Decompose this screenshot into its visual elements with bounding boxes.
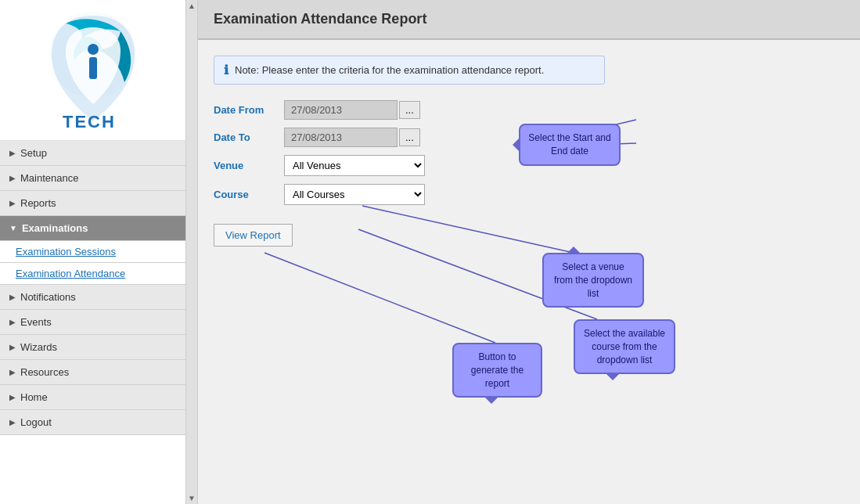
- page-body: ℹ Note: Please enter the criteria for th…: [198, 40, 860, 262]
- view-report-button[interactable]: View Report: [214, 224, 293, 247]
- sidebar-item-home[interactable]: ▶ Home: [0, 385, 185, 410]
- scroll-down-icon[interactable]: ▼: [188, 494, 196, 502]
- sidebar-item-maintenance[interactable]: ▶ Maintenance: [0, 166, 185, 191]
- callout-venue: Select a venue from the dropdown list: [542, 253, 644, 308]
- callout-course: Select the available course from the dro…: [574, 319, 675, 374]
- left-scrollbar[interactable]: ▲ ▼: [186, 0, 198, 504]
- sidebar-sub-label: Examination Attendance: [16, 268, 125, 279]
- svg-rect-2: [89, 57, 97, 79]
- sidebar: TECH ▶ Setup ▶ Maintenance ▶ Reports ▼ E…: [0, 0, 186, 504]
- venue-select[interactable]: All Venues: [284, 155, 425, 176]
- arrow-icon: ▶: [9, 199, 16, 207]
- course-label: Course: [214, 189, 284, 200]
- callout-course-text: Select the available course from the dro…: [584, 328, 665, 365]
- arrow-icon: ▼: [9, 224, 17, 232]
- arrow-icon: ▶: [9, 174, 16, 182]
- callout-btn-text: Button to generate the report: [471, 351, 524, 389]
- sidebar-sub-label: Examination Sessions: [16, 246, 116, 257]
- svg-text:TECH: TECH: [63, 112, 116, 129]
- sidebar-item-resources[interactable]: ▶ Resources: [0, 360, 185, 385]
- sidebar-item-label: Logout: [20, 416, 52, 428]
- date-from-label: Date From: [214, 104, 284, 116]
- callout-date-text: Select the Start and End date: [528, 132, 610, 157]
- sidebar-item-logout[interactable]: ▶ Logout: [0, 410, 185, 435]
- sidebar-item-exam-attendance[interactable]: Examination Attendance: [0, 263, 185, 285]
- sidebar-item-reports[interactable]: ▶ Reports: [0, 191, 185, 216]
- date-to-picker-button[interactable]: ...: [399, 128, 420, 146]
- venue-label: Venue: [214, 160, 284, 171]
- sidebar-item-label: Home: [20, 391, 48, 403]
- arrow-icon: ▶: [9, 293, 16, 301]
- sidebar-item-exam-sessions[interactable]: Examination Sessions: [0, 241, 185, 263]
- sidebar-item-events[interactable]: ▶ Events: [0, 310, 185, 335]
- svg-line-7: [264, 253, 495, 343]
- sidebar-item-label: Resources: [20, 366, 69, 378]
- sidebar-item-label: Examinations: [22, 222, 88, 234]
- sidebar-item-setup[interactable]: ▶ Setup: [0, 141, 185, 166]
- sidebar-item-wizards[interactable]: ▶ Wizards: [0, 335, 185, 360]
- sidebar-item-label: Notifications: [20, 291, 76, 303]
- svg-point-1: [88, 44, 99, 55]
- date-from-row: Date From ...: [214, 100, 844, 120]
- sidebar-item-label: Events: [20, 316, 52, 328]
- date-to-label: Date To: [214, 131, 284, 143]
- page-content: Examination Attendance Report ℹ Note: Pl…: [198, 0, 860, 504]
- arrow-icon: ▶: [9, 418, 16, 427]
- arrow-icon: ▶: [9, 343, 16, 351]
- sidebar-item-notifications[interactable]: ▶ Notifications: [0, 285, 185, 310]
- callout-button: Button to generate the report: [452, 343, 542, 398]
- sidebar-nav: ▶ Setup ▶ Maintenance ▶ Reports ▼ Examin…: [0, 141, 185, 504]
- info-icon: ℹ: [224, 63, 228, 77]
- arrow-icon: ▶: [9, 368, 16, 376]
- sidebar-item-label: Reports: [20, 197, 56, 209]
- arrow-icon: ▶: [9, 149, 16, 157]
- note-box: ℹ Note: Please enter the criteria for th…: [214, 56, 605, 85]
- arrow-icon: ▶: [9, 393, 16, 401]
- main-area: ▲ ▼ Examination Attendance Report ℹ Note…: [186, 0, 860, 504]
- arrow-icon: ▶: [9, 318, 16, 326]
- callout-venue-text: Select a venue from the dropdown list: [554, 261, 632, 299]
- date-to-input[interactable]: [284, 128, 398, 147]
- date-from-input[interactable]: [284, 100, 398, 120]
- form-area: Date From ... Date To ... Venue All Venu…: [214, 100, 844, 247]
- sidebar-item-label: Setup: [20, 147, 47, 159]
- callout-date: Select the Start and End date: [519, 124, 621, 166]
- note-text: Note: Please enter the criteria for the …: [235, 64, 544, 76]
- logo: TECH: [42, 12, 144, 129]
- sidebar-item-label: Wizards: [20, 341, 57, 353]
- scroll-up-icon[interactable]: ▲: [188, 2, 196, 10]
- sidebar-item-examinations[interactable]: ▼ Examinations: [0, 216, 185, 241]
- logo-area: TECH: [0, 0, 185, 141]
- course-row: Course All Courses: [214, 184, 844, 205]
- sidebar-item-label: Maintenance: [20, 172, 78, 184]
- course-select[interactable]: All Courses: [284, 184, 425, 205]
- date-from-picker-button[interactable]: ...: [399, 101, 420, 119]
- page-title: Examination Attendance Report: [198, 0, 860, 40]
